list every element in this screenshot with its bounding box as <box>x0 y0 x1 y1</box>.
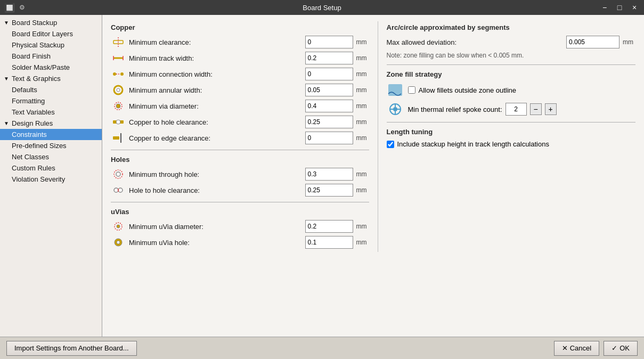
sidebar-item-defaults[interactable]: Defaults <box>0 84 102 95</box>
sidebar-label: Design Rules <box>12 119 53 127</box>
min-track-width-input[interactable] <box>305 52 353 64</box>
right-column: Arc/circle approximated by segments Max … <box>378 21 636 252</box>
bottom-right: ✕ Cancel ✓ OK <box>554 341 638 356</box>
min-clearance-input[interactable] <box>305 36 353 48</box>
uviahol-icon <box>111 236 126 249</box>
min-track-width-unit: mm <box>356 54 369 62</box>
ok-icon: ✓ <box>612 344 617 352</box>
include-stackup-label: Include stackup height in track length c… <box>397 140 549 148</box>
max-deviation-label: Max allowed deviation: <box>387 38 564 46</box>
include-stackup-row: Include stackup height in track length c… <box>387 140 636 148</box>
min-via-diameter-input[interactable] <box>305 100 353 112</box>
main-content: ▼ Board Stackup Board Editor Layers Phys… <box>0 15 644 337</box>
min-track-width-label: Minimum track width: <box>129 54 302 62</box>
hole-to-hole-row: Hole to hole clearance: mm <box>111 184 369 197</box>
import-settings-button[interactable]: Import Settings from Another Board... <box>6 341 137 356</box>
copper-to-edge-unit: mm <box>356 134 369 142</box>
include-stackup-checkbox[interactable] <box>387 141 394 148</box>
svg-point-6 <box>120 72 124 76</box>
spoke-decrement-button[interactable]: − <box>530 103 542 115</box>
sidebar-label: Pre-defined Sizes <box>12 142 67 150</box>
sidebar-item-custom-rules[interactable]: Custom Rules <box>0 162 102 174</box>
svg-point-18 <box>114 188 118 192</box>
sidebar-label: Net Classes <box>12 153 49 161</box>
sidebar-item-net-classes[interactable]: Net Classes <box>0 151 102 162</box>
min-through-hole-input[interactable] <box>305 168 353 181</box>
sidebar-label: Defaults <box>12 86 37 94</box>
minimize-button[interactable]: − <box>599 4 610 11</box>
sidebar-item-board-stackup[interactable]: ▼ Board Stackup <box>0 17 102 28</box>
sidebar-item-predefined-sizes[interactable]: Pre-defined Sizes <box>0 140 102 151</box>
min-connection-width-unit: mm <box>356 70 369 78</box>
min-uvia-hole-label: Minimum uVia hole: <box>129 239 302 247</box>
titlebar: 🔲 ⚙ Board Setup − □ × <box>0 0 644 15</box>
copper-to-hole-unit: mm <box>356 118 369 126</box>
cancel-icon: ✕ <box>562 344 568 352</box>
holeclear-icon <box>111 184 126 197</box>
sidebar-item-text-graphics[interactable]: ▼ Text & Graphics <box>0 73 102 84</box>
sidebar-item-physical-stackup[interactable]: Physical Stackup <box>0 39 102 51</box>
min-annular-width-input[interactable] <box>305 84 353 96</box>
sidebar-item-violation-severity[interactable]: Violation Severity <box>0 174 102 185</box>
min-clearance-row: Minimum clearance: mm <box>111 36 369 48</box>
svg-point-11 <box>116 104 120 108</box>
divider-uvias <box>111 202 369 202</box>
import-settings-label: Import Settings from Another Board... <box>14 344 129 352</box>
ok-button[interactable]: ✓ OK <box>604 341 638 356</box>
bottom-bar: Import Settings from Another Board... ✕ … <box>0 337 644 359</box>
length-tuning-title: Length tuning <box>387 128 636 136</box>
svg-point-19 <box>118 188 123 192</box>
sidebar-label: Text Variables <box>12 108 55 116</box>
sidebar-item-constraints[interactable]: Constraints <box>0 129 102 140</box>
sidebar-label: Solder Mask/Paste <box>12 63 70 71</box>
arc-section-title: Arc/circle approximated by segments <box>387 23 636 31</box>
min-uvia-hole-input[interactable] <box>305 236 353 249</box>
allow-fillets-checkbox[interactable] <box>408 86 415 94</box>
copper-to-hole-input[interactable] <box>305 116 353 128</box>
two-column-layout: Copper Minimum clearance: mm Minimum tra… <box>111 21 635 252</box>
svg-point-17 <box>116 172 120 176</box>
svg-point-22 <box>117 225 120 228</box>
sidebar-item-board-editor-layers[interactable]: Board Editor Layers <box>0 28 102 39</box>
sidebar-item-board-finish[interactable]: Board Finish <box>0 51 102 62</box>
expand-icon: ▼ <box>3 120 10 126</box>
sidebar-label: Constraints <box>12 130 47 138</box>
divider-zone <box>387 64 636 65</box>
max-deviation-input[interactable] <box>566 36 619 48</box>
min-annular-width-row: Minimum annular width: mm <box>111 84 369 96</box>
spoke-increment-button[interactable]: + <box>545 103 557 115</box>
spoke-count-input[interactable] <box>506 103 527 116</box>
zone-fill-icon <box>387 83 404 97</box>
min-uvia-hole-unit: mm <box>356 239 369 246</box>
sidebar-item-design-rules[interactable]: ▼ Design Rules <box>0 118 102 129</box>
copper-to-hole-label: Copper to hole clearance: <box>129 118 302 126</box>
min-connection-width-input[interactable] <box>305 68 353 80</box>
sidebar-item-formatting[interactable]: Formatting <box>0 95 102 107</box>
sidebar-label: Violation Severity <box>12 175 65 183</box>
min-connection-width-row: Minimum connection width: mm <box>111 68 369 80</box>
svg-point-24 <box>117 241 120 244</box>
copper-to-edge-label: Copper to edge clearance: <box>129 134 302 142</box>
min-through-hole-row: Minimum through hole: mm <box>111 168 369 181</box>
min-uvia-diameter-row: Minimum uVia diameter: mm <box>111 220 369 233</box>
cancel-button[interactable]: ✕ Cancel <box>554 341 599 356</box>
min-via-diameter-row: Minimum via diameter: mm <box>111 100 369 112</box>
copper-to-edge-input[interactable] <box>305 132 353 144</box>
maximize-button[interactable]: □ <box>614 4 625 11</box>
sidebar-item-text-variables[interactable]: Text Variables <box>0 107 102 118</box>
divider-holes <box>111 150 369 150</box>
min-annular-width-label: Minimum annular width: <box>129 86 302 94</box>
window-title: Board Setup <box>303 4 341 12</box>
copper-hole-icon <box>111 116 126 128</box>
min-uvia-diameter-input[interactable] <box>305 220 353 233</box>
sidebar-item-solder-mask[interactable]: Solder Mask/Paste <box>0 62 102 73</box>
min-uvia-diameter-label: Minimum uVia diameter: <box>129 223 302 231</box>
svg-point-27 <box>393 107 397 111</box>
hole-to-hole-input[interactable] <box>305 184 353 197</box>
expand-icon: ▼ <box>3 20 10 26</box>
min-uvia-diameter-unit: mm <box>356 223 369 230</box>
svg-rect-14 <box>113 136 119 140</box>
min-through-hole-unit: mm <box>356 170 369 178</box>
min-uvia-hole-row: Minimum uVia hole: mm <box>111 236 369 249</box>
close-button[interactable]: × <box>629 4 640 11</box>
